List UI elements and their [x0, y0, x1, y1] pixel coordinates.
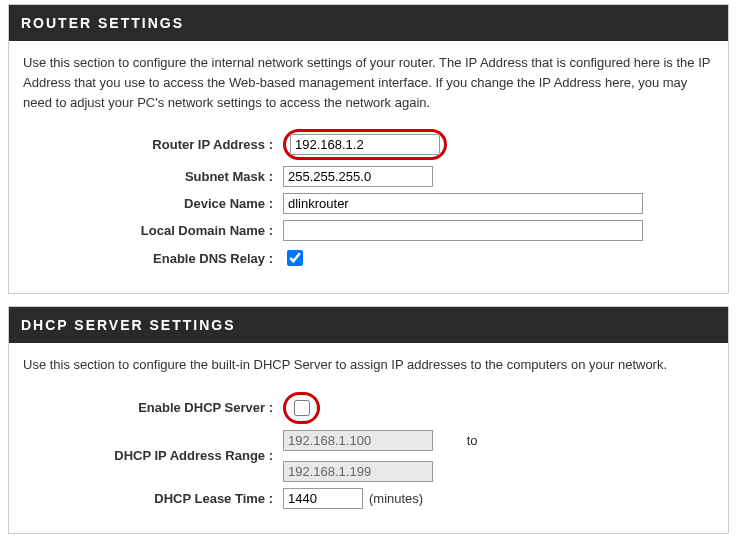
dhcp-range-end-input — [283, 461, 433, 482]
dhcp-lease-row: DHCP Lease Time : (minutes) — [23, 488, 714, 509]
dns-relay-checkbox[interactable] — [287, 250, 303, 266]
local-domain-input[interactable] — [283, 220, 643, 241]
dhcp-enable-row: Enable DHCP Server : — [23, 392, 714, 424]
router-ip-row: Router IP Address : — [23, 129, 714, 160]
router-settings-header: ROUTER SETTINGS — [9, 5, 728, 41]
router-ip-highlight — [283, 129, 447, 160]
dhcp-range-label: DHCP IP Address Range : — [23, 448, 283, 463]
dhcp-settings-body: Use this section to configure the built-… — [9, 343, 728, 532]
dhcp-range-start-input — [283, 430, 433, 451]
router-settings-description: Use this section to configure the intern… — [23, 53, 714, 113]
dhcp-settings-section: DHCP SERVER SETTINGS Use this section to… — [8, 306, 729, 533]
subnet-mask-label: Subnet Mask : — [23, 169, 283, 184]
dhcp-settings-header: DHCP SERVER SETTINGS — [9, 307, 728, 343]
router-ip-label: Router IP Address : — [23, 137, 283, 152]
router-settings-body: Use this section to configure the intern… — [9, 41, 728, 293]
dns-relay-row: Enable DNS Relay : — [23, 247, 714, 269]
dhcp-enable-highlight — [283, 392, 320, 424]
dhcp-lease-label: DHCP Lease Time : — [23, 491, 283, 506]
dns-relay-label: Enable DNS Relay : — [23, 251, 283, 266]
subnet-mask-row: Subnet Mask : — [23, 166, 714, 187]
dhcp-enable-label: Enable DHCP Server : — [23, 400, 283, 415]
device-name-label: Device Name : — [23, 196, 283, 211]
dhcp-lease-input[interactable] — [283, 488, 363, 509]
router-settings-section: ROUTER SETTINGS Use this section to conf… — [8, 4, 729, 294]
device-name-row: Device Name : — [23, 193, 714, 214]
device-name-input[interactable] — [283, 193, 643, 214]
local-domain-label: Local Domain Name : — [23, 223, 283, 238]
dhcp-settings-description: Use this section to configure the built-… — [23, 355, 714, 375]
dhcp-range-row: DHCP IP Address Range : to — [23, 430, 714, 482]
local-domain-row: Local Domain Name : — [23, 220, 714, 241]
subnet-mask-input[interactable] — [283, 166, 433, 187]
dhcp-lease-unit: (minutes) — [369, 491, 423, 506]
dhcp-range-to-text: to — [467, 433, 478, 448]
router-ip-input[interactable] — [290, 134, 440, 155]
dhcp-enable-checkbox[interactable] — [294, 400, 310, 416]
